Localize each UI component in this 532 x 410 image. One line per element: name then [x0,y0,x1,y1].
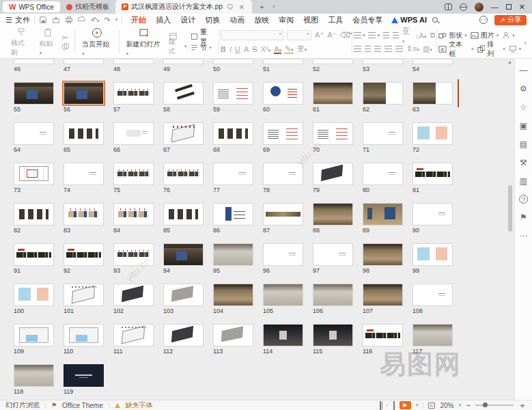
menu-tab-放映[interactable]: 放映 [249,15,274,25]
undo-icon[interactable]: ↶▾ [91,16,100,25]
slide-thumbnail-95[interactable] [213,243,253,266]
slide-thumbnail-109[interactable] [14,324,54,346]
zoom-slider[interactable] [475,405,514,406]
slide-thumbnail-105[interactable] [263,284,303,306]
underline-icon[interactable]: U [235,45,240,53]
slide-thumbnail-72[interactable] [412,122,453,145]
slide-thumbnail-93[interactable] [113,243,154,266]
search-icon[interactable] [432,17,438,23]
paste-button[interactable]: 粘贴▾ [38,28,57,56]
quickbar-chevron-icon[interactable]: ▾ [115,17,118,23]
bold-icon[interactable]: B [221,45,226,53]
normal-view-button[interactable] [380,402,381,409]
missing-fonts-label[interactable]: 缺失字体 [126,400,153,410]
section-button[interactable]: 节▾ [191,42,214,53]
slide-thumbnail-57[interactable] [113,82,154,105]
format-painter-button[interactable]: 格式刷 [9,27,33,57]
comment-icon[interactable]: 🗨 [225,3,235,11]
slide-thumbnail-58[interactable] [163,82,204,105]
slide-thumbnail-64[interactable] [14,122,54,145]
slide-thumbnail-80[interactable] [363,163,403,185]
menu-tab-会员专享[interactable]: 会员专享 [348,15,387,25]
slide-thumbnail-118[interactable] [14,364,54,387]
slide-thumbnail-46[interactable] [14,59,54,64]
zoom-level[interactable]: 20% [440,402,453,409]
zoom-chevron-icon[interactable]: ▾ [458,402,461,408]
slide-thumbnail-113[interactable] [213,324,253,346]
slide-thumbnail-102[interactable] [113,284,154,306]
save-icon[interactable] [39,16,47,24]
slide-thumbnail-108[interactable] [412,284,453,306]
slide-thumbnail-107[interactable] [363,284,403,306]
menu-tab-工具[interactable]: 工具 [323,15,348,25]
zoom-in-button[interactable]: ＋ [518,402,527,409]
slide-thumbnail-100[interactable] [14,284,54,306]
minimize-button[interactable]: — [491,3,499,10]
shadow-icon[interactable]: A [244,45,249,53]
strikethrough-icon[interactable]: S [252,45,257,53]
vertical-scrollbar[interactable]: ▲ [508,59,513,400]
share-button[interactable]: ↗ 分享 [494,15,527,25]
slide-thumbnail-112[interactable] [163,324,204,346]
decrease-indent-icon[interactable] [383,32,389,38]
zoom-out-button[interactable]: − [466,402,471,409]
new-slide-button[interactable]: 新建幻灯片▾ [124,27,165,57]
align-right-icon[interactable] [374,46,381,52]
ribbon-expand-icon[interactable]: › [521,28,529,56]
duplicate-icon[interactable]: ▣ [519,121,529,131]
feedback-icon[interactable]: ⚑ [519,213,529,222]
slide-thumbnail-73[interactable] [14,163,54,185]
menu-tab-开始[interactable]: 开始 [126,15,151,25]
print-icon[interactable] [65,16,73,24]
slide-thumbnail-49[interactable] [163,59,204,64]
slide-thumbnail-97[interactable] [313,243,353,266]
slide-thumbnail-79[interactable] [313,163,353,185]
slide-thumbnail-61[interactable] [313,82,353,105]
bullet-list-icon[interactable]: ▾ [354,32,365,38]
close-window-button[interactable]: ✕ [519,3,525,10]
tools-icon[interactable]: ⚒ [519,158,529,167]
slide-thumbnail-75[interactable] [113,163,154,185]
wps-ai-menu[interactable]: WPS AI [391,16,427,24]
font-size-select[interactable] [287,30,311,40]
slide-thumbnail-86[interactable] [213,203,253,226]
slide-thumbnail-76[interactable] [163,163,204,185]
slide-thumbnail-104[interactable] [213,284,253,306]
slide-thumbnail-66[interactable] [113,122,154,145]
slide-thumbnail-51[interactable] [263,59,303,64]
slide-thumbnail-67[interactable] [163,122,204,145]
more-icon[interactable]: ⋯ [519,231,529,241]
menu-tab-切换[interactable]: 切换 [200,15,225,25]
text-effect-icon[interactable]: 变▾ [297,44,307,54]
slide-thumbnail-117[interactable] [412,324,453,346]
slide-thumbnail-54[interactable] [412,59,453,64]
layout-button[interactable]: 版式▾ [169,41,186,52]
slide-thumbnail-70[interactable] [313,122,353,145]
avatar[interactable] [475,3,484,12]
copy-icon[interactable] [61,42,70,51]
convert-icon[interactable]: ⧉ [430,31,435,40]
maximize-button[interactable] [506,4,512,10]
slide-thumbnail-92[interactable] [64,243,104,266]
slide-thumbnail-94[interactable] [163,243,204,266]
slide-thumbnail-69[interactable] [263,122,303,145]
image-tools-icon[interactable]: ▤ [519,139,529,149]
highlight-icon[interactable]: ✎▾ [285,44,294,53]
wps-office-tab[interactable]: W WPS Office [3,1,60,12]
line-spacing-icon[interactable]: ⇕≡▾ [406,44,419,53]
cloud-sync-icon[interactable] [78,16,86,24]
slide-thumbnail-110[interactable] [64,324,104,346]
settings-icon[interactable]: ⚙ [519,84,529,94]
slide-thumbnail-68[interactable] [213,122,253,145]
play-options-chevron-icon[interactable]: ▾ [416,402,419,408]
docer-template-tab[interactable]: 找稻壳模板 [60,0,115,14]
file-menu[interactable]: ☰ 文件 [5,15,30,25]
play-from-current-button[interactable]: 当页开始▾ [80,27,113,57]
slide-thumbnail-62[interactable] [363,82,403,105]
redo-icon[interactable]: ↷ [104,16,111,25]
slide-thumbnail-48[interactable] [113,59,154,64]
slide-thumbnail-78[interactable] [263,163,303,185]
scroll-up-icon[interactable]: ▲ [507,59,512,64]
slide-thumbnail-82[interactable] [14,203,54,226]
slide-thumbnail-71[interactable] [363,122,403,145]
